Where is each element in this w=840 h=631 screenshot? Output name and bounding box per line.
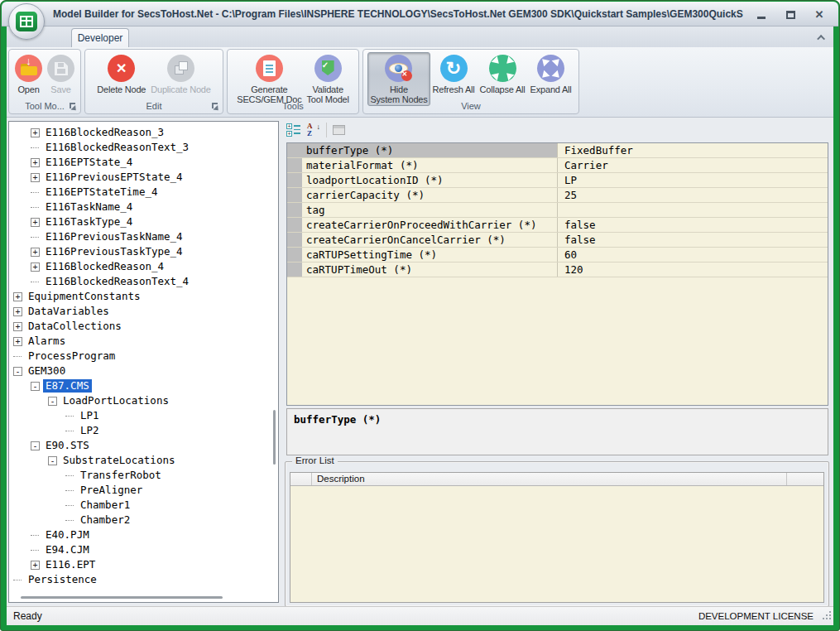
- property-name[interactable]: caRTUPSettingTime (*): [287, 248, 557, 262]
- property-value[interactable]: false: [558, 218, 828, 232]
- property-value[interactable]: FixedBuffer: [558, 143, 828, 157]
- property-value[interactable]: 120: [558, 263, 828, 277]
- tab-developer[interactable]: Developer: [71, 28, 129, 47]
- tree-item-E116PreviousTaskName_4[interactable]: E116PreviousTaskName_4: [9, 229, 270, 244]
- save-button[interactable]: Save: [45, 52, 77, 96]
- expand-all-button[interactable]: Expand All: [528, 52, 574, 96]
- tree-vertical-scrollbar[interactable]: [273, 410, 276, 465]
- expand-plus-icon[interactable]: +: [31, 158, 40, 167]
- tree-item-E90.STS[interactable]: -E90.STS: [9, 438, 270, 453]
- alphabetical-sort-icon[interactable]: AZ↓: [306, 123, 321, 137]
- expand-plus-icon[interactable]: +: [31, 263, 40, 272]
- property-row-carrierCapacity (*)[interactable]: carrierCapacity (*)25: [287, 188, 828, 203]
- minimize-icon[interactable]: [751, 7, 772, 22]
- collapse-minus-icon[interactable]: -: [31, 441, 40, 450]
- property-value[interactable]: 25: [558, 188, 828, 202]
- expand-plus-icon[interactable]: +: [31, 128, 40, 137]
- tree-item-Persistence[interactable]: Persistence: [9, 572, 270, 587]
- tree-item-DataCollections[interactable]: +DataCollections: [9, 319, 270, 334]
- property-name[interactable]: createCarrierOnCancelCarrier (*): [287, 233, 557, 247]
- expand-plus-icon[interactable]: +: [13, 337, 22, 346]
- tree-item-E40.PJM[interactable]: E40.PJM: [9, 527, 270, 542]
- expand-plus-icon[interactable]: +: [31, 248, 40, 257]
- property-name[interactable]: createCarrierOnProceedWithCarrier (*): [287, 218, 557, 232]
- collapse-minus-icon[interactable]: -: [48, 397, 57, 406]
- refresh-all-button[interactable]: ↻ Refresh All: [430, 52, 478, 96]
- generate-secsgem-doc-button[interactable]: Generate SECS/GEM Doc: [234, 52, 304, 106]
- property-value[interactable]: [558, 203, 828, 217]
- tree-item-E116BlockedReason_3[interactable]: +E116BlockedReason_3: [9, 125, 270, 140]
- tree-item-E87.CMS[interactable]: -E87.CMS: [9, 378, 270, 393]
- categorized-icon[interactable]: ++: [286, 123, 301, 137]
- ribbon-collapse-chevron-icon[interactable]: [814, 31, 829, 43]
- tree-item-ProcessProgram[interactable]: ProcessProgram: [9, 349, 270, 364]
- delete-node-button[interactable]: ✕ Delete Node: [94, 52, 148, 96]
- collapse-minus-icon[interactable]: -: [13, 367, 22, 376]
- maximize-icon[interactable]: [780, 7, 801, 22]
- tree-item-GEM300[interactable]: -GEM300: [9, 364, 270, 378]
- property-row-createCarrierOnCancelCarrier (*)[interactable]: createCarrierOnCancelCarrier (*)false: [287, 233, 828, 248]
- tree-item-LoadPortLocations[interactable]: -LoadPortLocations: [9, 393, 270, 408]
- property-name[interactable]: materialFormat (*): [287, 158, 557, 172]
- title-bar[interactable]: Model Builder for SecsToHost.Net - C:\Pr…: [2, 2, 838, 26]
- expand-plus-icon[interactable]: +: [13, 322, 22, 331]
- dialog-launcher-icon[interactable]: [212, 103, 220, 111]
- expand-plus-icon[interactable]: +: [13, 307, 22, 316]
- property-name[interactable]: carrierCapacity (*): [287, 188, 557, 202]
- tree-item-E116TaskName_4[interactable]: E116TaskName_4: [9, 200, 270, 214]
- property-row-materialFormat (*)[interactable]: materialFormat (*)Carrier: [287, 158, 828, 173]
- property-row-caRTUPSettingTime (*)[interactable]: caRTUPSettingTime (*)60: [287, 248, 828, 263]
- tree-item-Chamber1[interactable]: Chamber1: [9, 498, 270, 513]
- tree-item-DataVariables[interactable]: +DataVariables: [9, 304, 270, 319]
- tree-item-E116.EPT[interactable]: +E116.EPT: [9, 557, 270, 572]
- property-row-caRTUPTimeOut (*)[interactable]: caRTUPTimeOut (*)120: [287, 263, 828, 277]
- expand-plus-icon[interactable]: +: [13, 292, 22, 301]
- tree-item-Alarms[interactable]: +Alarms: [9, 334, 270, 349]
- resize-grip-icon[interactable]: [819, 611, 831, 623]
- expand-plus-icon[interactable]: +: [31, 173, 40, 182]
- tree-item-E116BlockedReasonText_4[interactable]: E116BlockedReasonText_4: [9, 274, 270, 289]
- dialog-launcher-icon[interactable]: [70, 103, 78, 111]
- tree-item-E116TaskType_4[interactable]: +E116TaskType_4: [9, 214, 270, 229]
- property-value[interactable]: Carrier: [558, 158, 828, 172]
- property-name[interactable]: loadportLocationID (*): [287, 173, 557, 187]
- tree-item-LP1[interactable]: LP1: [9, 408, 270, 423]
- tree-item-Chamber2[interactable]: Chamber2: [9, 513, 270, 527]
- property-value[interactable]: false: [558, 233, 828, 247]
- collapse-minus-icon[interactable]: -: [48, 456, 57, 465]
- tree-item-LP2[interactable]: LP2: [9, 423, 270, 438]
- open-button[interactable]: ↓ Open: [12, 52, 45, 96]
- close-icon[interactable]: ✕: [809, 7, 830, 22]
- tree-horizontal-scrollbar[interactable]: [21, 596, 223, 599]
- error-description-column[interactable]: Description: [312, 473, 787, 485]
- tree-item-E116PreviousTaskType_4[interactable]: +E116PreviousTaskType_4: [9, 244, 270, 259]
- expand-plus-icon[interactable]: +: [31, 561, 40, 570]
- tree-item-EquipmentConstants[interactable]: +EquipmentConstants: [9, 289, 270, 304]
- collapse-minus-icon[interactable]: -: [31, 382, 40, 391]
- tree-item-SubstrateLocations[interactable]: -SubstrateLocations: [9, 453, 270, 468]
- property-row-tag[interactable]: tag: [287, 203, 828, 218]
- tree-item-PreAligner[interactable]: PreAligner: [9, 483, 270, 498]
- validate-tool-model-button[interactable]: ✓ Validate Tool Model: [305, 52, 352, 106]
- tree-item-E116EPTStateTime_4[interactable]: E116EPTStateTime_4: [9, 185, 270, 200]
- property-name[interactable]: caRTUPTimeOut (*): [287, 263, 557, 277]
- tree-item-E116PreviousEPTState_4[interactable]: +E116PreviousEPTState_4: [9, 170, 270, 185]
- property-name[interactable]: tag: [287, 203, 557, 217]
- tree-item-TransferRobot[interactable]: TransferRobot: [9, 468, 270, 483]
- property-pages-icon[interactable]: [332, 123, 347, 137]
- hide-system-nodes-button[interactable]: ✕ Hide System Nodes: [367, 52, 430, 106]
- tree-item-E116BlockedReason_4[interactable]: +E116BlockedReason_4: [9, 259, 270, 274]
- property-row-loadportLocationID (*)[interactable]: loadportLocationID (*)LP: [287, 173, 828, 188]
- tree-item-E94.CJM[interactable]: E94.CJM: [9, 542, 270, 557]
- property-value[interactable]: 60: [558, 248, 828, 262]
- duplicate-node-button[interactable]: Duplicate Node: [148, 52, 213, 96]
- property-value[interactable]: LP: [558, 173, 828, 187]
- tree-item-E116EPTState_4[interactable]: +E116EPTState_4: [9, 155, 270, 170]
- collapse-all-button[interactable]: Collapse All: [478, 52, 528, 96]
- property-row-createCarrierOnProceedWithCarrier (*)[interactable]: createCarrierOnProceedWithCarrier (*)fal…: [287, 218, 828, 233]
- tree-item-E116BlockedReasonText_3[interactable]: E116BlockedReasonText_3: [9, 140, 270, 155]
- property-row-bufferType (*)[interactable]: bufferType (*)FixedBuffer: [287, 143, 828, 158]
- expand-plus-icon[interactable]: +: [31, 218, 40, 227]
- app-menu-button[interactable]: [8, 3, 45, 40]
- property-name[interactable]: bufferType (*): [287, 143, 557, 157]
